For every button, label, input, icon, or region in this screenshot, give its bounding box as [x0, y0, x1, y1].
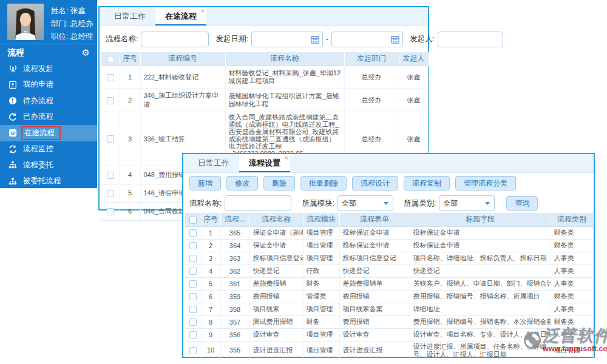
column-header-process-no[interactable]: 流程编号	[140, 52, 225, 66]
row-checkbox[interactable]	[189, 347, 197, 354]
sidebar-item-process-monitor[interactable]: 流程监控	[0, 141, 97, 158]
row-checkbox[interactable]	[189, 293, 197, 300]
process-name-input[interactable]	[141, 32, 209, 47]
tab-label: 流程设置	[249, 158, 280, 167]
category-select[interactable]: 全部	[439, 195, 495, 211]
gear-icon[interactable]: ⚙	[82, 48, 90, 57]
sitemap-icon	[8, 160, 18, 170]
profile-position: 职位: 总经理	[51, 30, 93, 43]
row-checkbox[interactable]	[189, 229, 197, 237]
process-copy-button[interactable]: 流程复制	[404, 176, 450, 190]
manage-categories-button[interactable]: 管理流程分类	[455, 176, 516, 190]
sidebar-item-inflight-processes[interactable]: G 在途流程	[0, 125, 97, 141]
date-range-separator: -	[326, 35, 328, 44]
select-all-checkbox[interactable]	[189, 217, 197, 224]
add-button[interactable]: 新增	[189, 176, 221, 190]
sidebar-item-label: 已办流程	[23, 112, 53, 122]
profile-dept: 部门: 总经办	[51, 18, 93, 30]
redo-icon	[8, 112, 18, 122]
row-checkbox[interactable]	[107, 97, 114, 104]
tab-daily-work[interactable]: 日常工作	[188, 154, 239, 172]
sidebar-item-my-applications[interactable]: 我的申请	[0, 77, 97, 93]
row-checkbox[interactable]	[189, 268, 197, 275]
row-checkbox[interactable]	[107, 208, 114, 215]
sidebar-section-header: 流程 ⚙	[0, 44, 97, 61]
process-design-button[interactable]: 流程设计	[352, 176, 398, 190]
toolbar: 新增 修改 删除 批量删除 流程设计 流程复制 管理流程分类	[183, 173, 594, 194]
column-header-module[interactable]: 流程模块	[303, 213, 339, 226]
table-row[interactable]: 7358 项目线索项目管理 项目线索备案详细地址人事类	[185, 303, 593, 315]
row-checkbox[interactable]	[189, 242, 197, 249]
row-checkbox[interactable]	[189, 306, 197, 313]
table-row[interactable]: 4362 快递登记行政 快递登记快递登记人事类	[185, 265, 593, 277]
column-header-process-no[interactable]: 流程...	[220, 213, 249, 226]
sidebar-item-label: 流程发起	[23, 64, 53, 74]
sync-icon	[8, 144, 18, 154]
sidebar-item-label selected-annotation: 在途流程	[21, 126, 61, 140]
close-icon[interactable]: ×	[285, 155, 288, 161]
in-transit-icon: G	[8, 128, 18, 138]
sidebar-item-process-delegate[interactable]: 流程委托	[0, 157, 97, 174]
query-button[interactable]: 查询	[506, 196, 538, 211]
table-row[interactable]: 5361 差旅费报销财务 差旅费报销单关联客户、报销人、申请日期、部门、报销合计…	[185, 277, 593, 290]
sidebar: 姓名: 张鑫 部门: 总经办 职位: 总经理 流程 ⚙ 流程发起	[0, 0, 97, 188]
batch-delete-button[interactable]: 批量删除	[300, 176, 347, 190]
row-checkbox[interactable]	[189, 255, 197, 262]
table-row[interactable]: 6359 费用报销管理类 费用报销费用报销、报销编号、报销名称、所属项目财务类	[185, 290, 593, 303]
sidebar-item-todo-processes[interactable]: 待办流程	[0, 93, 97, 109]
column-header-form[interactable]: 流程表单	[339, 213, 410, 226]
start-date-to-field	[331, 32, 403, 47]
column-header-process-name[interactable]: 流程名称	[225, 52, 344, 66]
sidebar-item-done-processes[interactable]: 已办流程	[0, 109, 97, 126]
tab-bar: 日常工作 流程设置 ×	[183, 154, 594, 173]
module-selected-value: 全部	[342, 199, 356, 207]
profile-name: 姓名: 张鑫	[51, 5, 93, 18]
initiator-label: 发起人:	[410, 34, 435, 44]
sidebar-item-delegated-to-me[interactable]: 被委托流程	[0, 174, 97, 190]
table-row[interactable]: 2364 保证金申请项目管理 投标保证金申请投标保证金申请财务类	[185, 239, 593, 252]
column-header-dept[interactable]: 发起部门	[344, 52, 399, 66]
table-row[interactable]: 3363 投标项目信息登记项目管理 投标项目信息登记项目名称、详细地址、投标负责…	[185, 252, 593, 265]
column-header-process-name[interactable]: 流程名称	[249, 213, 303, 226]
close-icon[interactable]: ×	[201, 8, 205, 15]
row-checkbox[interactable]	[107, 172, 114, 179]
row-checkbox[interactable]	[107, 135, 114, 143]
initiator-input[interactable]	[438, 32, 503, 47]
table-row[interactable]: 1365 保证金申请（副本）项目管理 投标保证金申请投标保证金申请财务类	[185, 226, 593, 239]
vendor-url-text: www.fanpusoft.com	[543, 345, 607, 353]
process-name-label: 流程名称:	[189, 198, 222, 209]
select-all-checkbox[interactable]	[107, 56, 114, 63]
tab-process-settings[interactable]: 流程设置 ×	[239, 154, 290, 172]
svg-text:G: G	[11, 130, 15, 136]
tab-daily-work[interactable]: 日常工作	[104, 7, 155, 25]
calendar-icon[interactable]	[311, 35, 319, 44]
sidebar-item-label: 被委托流程	[23, 176, 61, 186]
row-checkbox[interactable]	[189, 280, 197, 288]
sidebar-item-label: 我的申请	[23, 79, 53, 90]
row-checkbox[interactable]	[189, 331, 197, 339]
table-row[interactable]: 2346_施工组织设计方案申请 晟铭园林绿化工程组织设计方案_晟铭园林绿化工程 …	[101, 89, 429, 112]
sidebar-item-label: 待办流程	[23, 96, 53, 106]
column-header-category[interactable]: 流程类别	[551, 213, 593, 226]
category-label: 所属类别:	[404, 198, 436, 209]
row-checkbox[interactable]	[107, 190, 114, 197]
chevron-down-icon	[384, 202, 388, 205]
column-header-index[interactable]: 序号	[201, 213, 220, 226]
row-checkbox[interactable]	[189, 318, 197, 326]
broadcast-icon	[8, 64, 18, 73]
process-name-input[interactable]	[225, 195, 291, 211]
calendar-icon[interactable]	[391, 35, 399, 44]
column-header-initiator[interactable]: 发起人	[399, 52, 429, 66]
table-row[interactable]: 1222_材料验收登记 材料验收登记_材料采购_张鑫_华润12城房建工程项目 总…	[101, 66, 429, 89]
avatar	[7, 4, 44, 40]
delete-button[interactable]: 删除	[263, 176, 295, 190]
column-header-index[interactable]: 序号	[120, 52, 140, 66]
edit-button[interactable]: 修改	[226, 176, 258, 190]
row-checkbox[interactable]	[107, 74, 114, 81]
module-select[interactable]: 全部	[337, 195, 393, 211]
id-card-icon	[8, 80, 18, 90]
sidebar-item-process-initiate[interactable]: 流程发起	[0, 61, 97, 77]
column-header-title-fields[interactable]: 标题字段	[410, 213, 551, 226]
tab-inflight-processes[interactable]: 在途流程 ×	[155, 7, 206, 25]
sidebar-item-label: 流程委托	[23, 160, 53, 170]
